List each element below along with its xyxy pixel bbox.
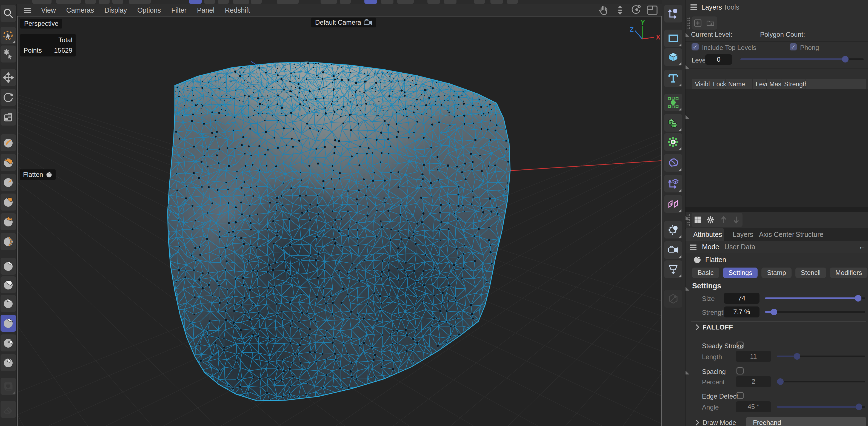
spline-brush-button[interactable] — [1, 233, 16, 250]
section-basic[interactable]: Basic — [692, 268, 719, 278]
falloff-expand-chevron[interactable] — [693, 324, 699, 330]
back-arrow-icon[interactable]: ← — [858, 242, 866, 251]
generator-gear-button[interactable] — [664, 133, 682, 151]
tab-layers[interactable]: Layers — [702, 3, 722, 11]
menu-filter[interactable]: Filter — [171, 6, 187, 14]
scrape-brush-button[interactable] — [1, 334, 16, 352]
toolbar-button-partial[interactable] — [85, 0, 96, 4]
strength-slider[interactable] — [765, 309, 865, 315]
column-name[interactable]: Name — [725, 79, 752, 89]
length-field[interactable]: 11 — [736, 351, 771, 362]
gear-icon[interactable] — [704, 214, 717, 226]
scale-tool-button[interactable] — [1, 109, 16, 126]
toolbar-button-partial[interactable] — [491, 0, 503, 4]
column-mask[interactable]: Mask — [767, 79, 781, 89]
pan-hand-icon[interactable] — [598, 5, 609, 16]
toolbar-button-partial[interactable] — [233, 0, 249, 4]
menu-cameras[interactable]: Cameras — [66, 6, 94, 14]
spacing-checkbox[interactable] — [737, 367, 744, 374]
palette-drag-handle[interactable] — [687, 17, 690, 29]
menu-panel[interactable]: Panel — [197, 6, 215, 14]
toolbar-button-partial[interactable] — [427, 0, 440, 4]
panel-fold-arrow[interactable] — [685, 33, 689, 37]
falloff-section-header[interactable]: FALLOFF — [703, 324, 733, 331]
column-strength[interactable]: Strength — [781, 79, 806, 89]
toolbar-button-partial[interactable] — [32, 0, 52, 4]
up-arrow-icon[interactable] — [717, 214, 730, 226]
smooth-brush-button[interactable] — [1, 258, 16, 275]
toolbar-button-partial[interactable] — [112, 0, 123, 4]
section-modifiers[interactable]: Modifiers — [830, 268, 867, 278]
toolbar-button-partial[interactable] — [474, 0, 485, 4]
erase-brush-button[interactable] — [1, 276, 16, 293]
annotate-tool-button[interactable] — [664, 290, 682, 308]
search-tool-button[interactable] — [1, 5, 16, 22]
stamp-tool-button[interactable] — [1, 378, 16, 395]
viewport-menu-icon[interactable] — [24, 8, 31, 9]
toolbar-button-partial[interactable] — [218, 0, 229, 4]
draw-mode-dropdown[interactable]: Freehand — [746, 417, 866, 426]
symmetry-button[interactable] — [664, 195, 682, 213]
tab-structure[interactable]: Structure — [796, 231, 823, 239]
toolbar-button-partial[interactable] — [204, 0, 215, 4]
tab-attr-layers[interactable]: Layers — [733, 231, 753, 239]
tab-tools[interactable]: Tools — [723, 3, 739, 11]
rotate-tool-button[interactable] — [1, 89, 16, 106]
toolbar-button-partial[interactable] — [381, 0, 394, 4]
toolbar-button-partial[interactable] — [56, 0, 81, 4]
eraser-tool-button[interactable] — [1, 401, 16, 418]
move-tool-button[interactable] — [1, 69, 16, 86]
steady-stroke-checkbox[interactable] — [737, 341, 744, 349]
view-label[interactable]: Perspective — [20, 19, 62, 29]
attributes-drag-handle[interactable] — [687, 214, 690, 226]
knife2-brush-button[interactable] — [1, 354, 16, 371]
grab-brush-button[interactable] — [1, 213, 16, 230]
dolly-zoom-icon[interactable] — [615, 5, 625, 16]
toolbar-button-partial[interactable] — [397, 0, 414, 4]
strength-field[interactable]: 7.7 % — [724, 306, 760, 317]
menu-display[interactable]: Display — [104, 6, 127, 14]
viewport[interactable]: Perspective Total Points 15629 Default C… — [17, 16, 662, 426]
down-arrow-icon[interactable] — [730, 214, 743, 226]
panel-fold-arrow[interactable] — [685, 371, 689, 374]
toolbar-button-partial[interactable] — [340, 0, 351, 4]
angle-slider[interactable] — [777, 403, 865, 410]
pinch-brush-button[interactable] — [1, 295, 16, 312]
toolbar-button-partial[interactable] — [189, 0, 202, 4]
volume-builder-button[interactable] — [664, 114, 682, 131]
user-data-menu[interactable]: User Data — [724, 243, 755, 251]
size-slider[interactable] — [765, 295, 865, 302]
size-field[interactable]: 74 — [724, 293, 760, 304]
menu-redshift[interactable]: Redshift — [225, 6, 250, 14]
panel-fold-arrow[interactable] — [685, 287, 689, 291]
orbit-icon[interactable] — [631, 5, 641, 16]
text-tool-button[interactable] — [664, 70, 682, 87]
layout-grid-icon[interactable] — [691, 214, 704, 226]
panel-fold-arrow[interactable] — [685, 65, 689, 69]
level-slider[interactable] — [740, 56, 864, 62]
angle-field[interactable]: 45 ° — [736, 401, 771, 412]
column-level[interactable]: Level — [753, 79, 766, 89]
phong-checkbox[interactable] — [789, 43, 797, 51]
column-lock[interactable]: Lock — [710, 79, 725, 89]
primitive-cube-button[interactable] — [664, 48, 682, 66]
layer-list-empty[interactable] — [685, 89, 868, 207]
column-visible[interactable]: Visible — [692, 79, 710, 89]
percent-slider[interactable] — [777, 378, 865, 385]
toolbar-button-partial[interactable] — [277, 0, 299, 4]
live-selection-tool-button[interactable] — [1, 27, 16, 44]
spline-rectangle-button[interactable] — [664, 30, 682, 47]
maximize-view-icon[interactable] — [647, 5, 658, 15]
toolbar-button-partial[interactable] — [251, 0, 262, 4]
toolbar-button-partial[interactable] — [507, 0, 518, 4]
mode-menu[interactable]: Mode — [702, 243, 719, 251]
toolbar-button-partial[interactable] — [444, 0, 457, 4]
length-slider[interactable] — [777, 353, 865, 360]
edge-detect-checkbox[interactable] — [737, 392, 744, 399]
toolbar-button-partial[interactable] — [320, 0, 337, 4]
toolbar-button-partial[interactable] — [364, 0, 377, 4]
section-stencil[interactable]: Stencil — [796, 268, 826, 278]
add-layer-button[interactable] — [691, 17, 704, 29]
percent-field[interactable]: 2 — [736, 376, 771, 387]
camera-label[interactable]: Default Camera — [311, 18, 376, 27]
